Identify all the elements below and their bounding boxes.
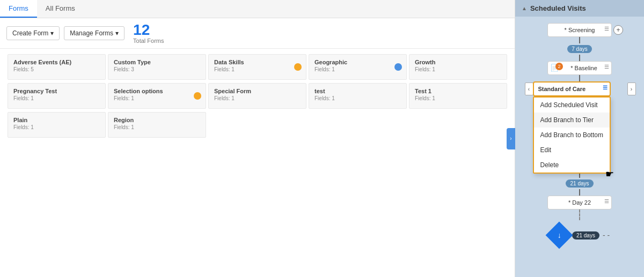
form-name: Custom Type: [114, 59, 200, 65]
form-card-empty1: [208, 112, 306, 138]
menu-delete[interactable]: Delete: [534, 158, 610, 173]
create-form-label: Create Form: [12, 29, 48, 37]
total-forms-number: 12: [133, 23, 164, 38]
soc-node: Standard of Care ☰: [533, 81, 611, 96]
form-meta: Fields: 1: [214, 95, 301, 101]
form-card-growth[interactable]: Growth Fields: 1: [409, 54, 507, 80]
manage-forms-button[interactable]: Manage Forms ▾: [64, 26, 125, 40]
screening-menu-icon[interactable]: ☰: [604, 26, 609, 32]
total-forms-display: 12 Total Forms: [133, 23, 164, 44]
menu-edit[interactable]: Edit: [534, 143, 610, 158]
connector-1: [579, 37, 580, 43]
form-meta: Fields: 1: [114, 95, 200, 101]
status-dot-orange: [194, 92, 201, 100]
screening-node: * Screening ☰ +: [547, 23, 612, 37]
day22-menu-icon[interactable]: ☰: [604, 198, 609, 204]
menu-add-branch-bottom[interactable]: Add Branch to Bottom: [534, 128, 610, 143]
form-meta: Fields: 1: [314, 95, 401, 101]
form-meta: Fields: 1: [214, 66, 301, 72]
left-panel: Forms All Forms Create Form ▾ Manage For…: [0, 0, 515, 277]
form-name: Special Form: [214, 88, 301, 94]
soc-nav-left-icon[interactable]: ‹: [525, 83, 533, 95]
form-meta: Fields: 1: [314, 66, 401, 72]
tabs-bar: Forms All Forms: [0, 0, 515, 18]
soc-row: ‹ ⊕ Standard of Care ☰ Add Scheduled Vis…: [525, 81, 635, 96]
form-card-geographic[interactable]: Geographic Fields: 1: [309, 54, 407, 80]
dashed-tail-icon: - -: [603, 231, 610, 239]
tab-forms[interactable]: Forms: [0, 0, 37, 18]
form-card-empty2: [309, 112, 407, 138]
scheduled-visits-header: ▲ Scheduled Visits: [515, 0, 644, 17]
dropdown-arrow-icon: ▾: [50, 29, 54, 37]
form-name: Data Skills: [214, 59, 301, 65]
forms-grid: Adverse Events (AE) Fields: 5 Custom Typ…: [0, 49, 515, 277]
connector-5: [579, 189, 580, 196]
forms-row-2: Pregnancy Test Fields: 1 Selection optio…: [6, 82, 508, 110]
connector-3: [579, 75, 580, 81]
baseline-menu-icon[interactable]: ☰: [604, 64, 609, 70]
menu-add-scheduled-visit[interactable]: Add Scheduled Visit: [534, 98, 610, 113]
screening-label: * Screening: [552, 27, 607, 33]
soc-menu-icon[interactable]: ☰: [603, 85, 608, 91]
status-dot-blue: [394, 63, 402, 71]
day22-label: * Day 22: [552, 199, 607, 206]
form-name: Geographic: [314, 59, 401, 65]
baseline-node: 📄 2 * Baseline ☰: [547, 61, 612, 75]
toolbar: Create Form ▾ Manage Forms ▾ 12 Total Fo…: [0, 18, 515, 49]
diamond-inner: ↓: [557, 231, 561, 239]
cursor-hand-icon: ☛: [605, 168, 614, 180]
form-meta: Fields: 3: [114, 66, 200, 72]
form-card-data-skills[interactable]: Data Skills Fields: 1: [208, 54, 306, 80]
days-badge-2: 21 days: [566, 179, 593, 188]
visits-wrapper: * Screening ☰ + 7 days 📄 2 * Baseline ☰ …: [519, 21, 640, 248]
connector-2: [579, 55, 580, 61]
form-name: Growth: [415, 59, 501, 65]
form-name: Test 1: [415, 88, 501, 94]
form-card-special[interactable]: Special Form Fields: 1: [208, 83, 306, 109]
menu-add-branch-tier[interactable]: Add Branch to Tier: [534, 113, 610, 128]
manage-dropdown-icon: ▾: [115, 29, 119, 37]
form-card-custom[interactable]: Custom Type Fields: 3: [108, 54, 206, 80]
days-badge-1: 7 days: [567, 45, 591, 53]
form-name: Pregnancy Test: [13, 88, 100, 94]
tab-all-forms[interactable]: All Forms: [37, 0, 84, 18]
create-form-button[interactable]: Create Form ▾: [6, 26, 60, 40]
form-name: Plain: [13, 117, 100, 123]
form-meta: Fields: 1: [415, 66, 501, 72]
expand-panel-button[interactable]: ›: [507, 128, 515, 149]
forms-row-3: Plain Fields: 1 Region Fields: 1: [6, 111, 508, 139]
baseline-label: * Baseline: [561, 65, 607, 71]
form-card-test1[interactable]: Test 1 Fields: 1: [409, 83, 507, 109]
form-meta: Fields: 1: [114, 124, 200, 130]
expand-icon: ›: [510, 136, 511, 141]
days-badge-3: 21 days: [572, 231, 599, 239]
dashed-connector: [579, 209, 580, 220]
form-name: Region: [114, 117, 200, 123]
form-card-region[interactable]: Region Fields: 1: [108, 112, 206, 138]
form-card-selection[interactable]: Selection options Fields: 1: [108, 83, 206, 109]
form-card-plain[interactable]: Plain Fields: 1: [8, 112, 106, 138]
form-name: Selection options: [114, 88, 200, 94]
soc-container: Standard of Care ☰ Add Scheduled Visit A…: [533, 81, 635, 96]
soc-label: Standard of Care: [538, 86, 605, 92]
total-forms-label: Total Forms: [133, 38, 164, 44]
soc-nav-right-icon[interactable]: ›: [627, 83, 636, 95]
collapse-triangle-icon[interactable]: ▲: [522, 5, 527, 11]
status-dot-orange: [294, 63, 302, 71]
form-meta: Fields: 1: [13, 124, 100, 130]
forms-row-1: Adverse Events (AE) Fields: 5 Custom Typ…: [6, 53, 508, 81]
form-card-pregnancy[interactable]: Pregnancy Test Fields: 1: [8, 83, 106, 109]
form-card-test[interactable]: test Fields: 1: [309, 83, 407, 109]
form-card-adverse[interactable]: Adverse Events (AE) Fields: 5: [8, 54, 106, 80]
form-meta: Fields: 1: [13, 95, 100, 101]
add-screening-icon[interactable]: +: [613, 25, 623, 35]
form-card-empty3: [409, 112, 507, 138]
day22-node: * Day 22 ☰: [547, 196, 612, 209]
form-meta: Fields: 5: [13, 66, 100, 72]
form-name: test: [314, 88, 401, 94]
right-panel: ▲ Scheduled Visits * Screening ☰ + 7 day…: [515, 0, 644, 277]
form-name: Adverse Events (AE): [13, 59, 100, 65]
diamond-icon: ↓: [545, 222, 573, 249]
context-menu: Add Scheduled Visit Add Branch to Tier A…: [533, 96, 611, 174]
scheduled-visits-title: Scheduled Visits: [530, 4, 586, 12]
